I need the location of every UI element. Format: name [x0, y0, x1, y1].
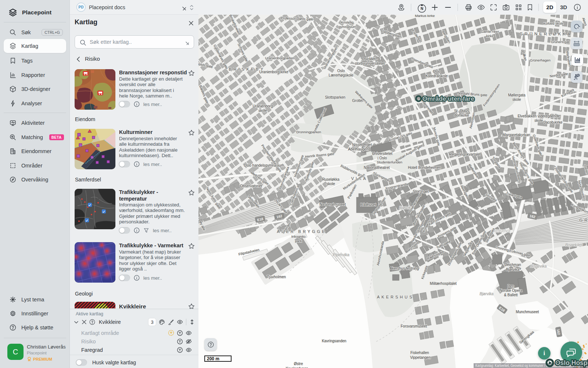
svg-text:Katedralskole: Katedralskole	[426, 74, 448, 78]
svg-text:Bjørvika: Bjørvika	[506, 268, 520, 272]
svg-text:Område uten fare: Område uten fare	[423, 95, 474, 102]
svg-text:Rådhuset: Rådhuset	[361, 203, 376, 207]
svg-text:i Oslo: i Oslo	[377, 156, 387, 160]
svg-text:Uranienborg kirke: Uranienborg kirke	[259, 70, 288, 74]
svg-text:skole: skole	[258, 109, 267, 113]
svg-text:Kristelig: Kristelig	[341, 20, 354, 24]
svg-text:Kofoed skole: Kofoed skole	[544, 21, 564, 25]
svg-text:Den: Den	[508, 284, 514, 288]
svg-text:GR: GR	[579, 218, 588, 222]
svg-text:St. Olavs: St. Olavs	[454, 109, 469, 113]
svg-text:Uranienborgparken: Uranienborgparken	[265, 56, 295, 60]
svg-text:Munchmuseet: Munchmuseet	[516, 310, 539, 314]
svg-text:Østre: Østre	[294, 362, 303, 366]
svg-text:Fiskehallen: Fiskehallen	[410, 351, 429, 355]
svg-text:Militærhospitalet: Militærhospitalet	[430, 282, 457, 286]
svg-text:OsloMet -: OsloMet -	[362, 57, 377, 61]
svg-text:& Ballett: & Ballett	[504, 293, 517, 297]
svg-text:Regjeringskvartalet: Regjeringskvartalet	[449, 152, 481, 156]
svg-text:Bispevika: Bispevika	[530, 264, 547, 268]
svg-text:gymnasium: gymnasium	[338, 25, 356, 29]
svg-text:Pipervika: Pipervika	[333, 252, 349, 257]
svg-text:Møllergata: Møllergata	[508, 93, 526, 97]
svg-text:Oslo: Oslo	[433, 70, 441, 74]
svg-text:Bispekilen: Bispekilen	[565, 243, 583, 247]
svg-text:Oslo: Oslo	[337, 69, 345, 73]
svg-text:Forsvarsmuseet: Forsvarsmuseet	[401, 324, 427, 328]
svg-text:Vippetangen: Vippetangen	[410, 355, 431, 360]
svg-text:Nasjonalmuseet: Nasjonalmuseet	[319, 202, 346, 206]
svg-text:Tjuvholmen: Tjuvholmen	[267, 275, 286, 279]
svg-text:Slottsparken: Slottsparken	[325, 95, 345, 99]
svg-text:Bjørvika: Bjørvika	[480, 291, 494, 296]
svg-text:skole: skole	[326, 182, 335, 186]
svg-text:Markus kirke: Markus kirke	[415, 15, 435, 18]
svg-text:Observatoriet: Observatoriet	[240, 184, 262, 188]
svg-text:N: N	[420, 7, 423, 11]
svg-text:Jacob kirke: Jacob kirke	[544, 120, 563, 124]
svg-text:Nisseberget: Nisseberget	[352, 143, 372, 147]
svg-text:AKERSHUS: AKERSHUS	[377, 295, 414, 299]
svg-text:Inkognito: Inkognito	[291, 234, 306, 238]
svg-text:skole: skole	[534, 118, 543, 123]
svg-text:Dronningparken: Dronningparken	[296, 130, 321, 134]
svg-text:kirke: kirke	[486, 34, 494, 38]
svg-text:Uranienborg: Uranienborg	[252, 104, 273, 108]
svg-text:Nationaltheatret: Nationaltheatret	[364, 166, 390, 170]
svg-text:Gamle Aker: Gamle Aker	[481, 29, 499, 33]
svg-text:Abelhaugen: Abelhaugen	[348, 147, 369, 151]
svg-text:Margaretakyrkan: Margaretakyrkan	[502, 133, 530, 137]
svg-text:Grünerhagen: Grünerhagen	[530, 58, 551, 62]
svg-text:Oslo Hospital: Oslo Hospital	[555, 359, 588, 367]
svg-text:Universitetet: Universitetet	[372, 152, 392, 156]
svg-text:Kavringsanden: Kavringsanden	[322, 339, 347, 343]
svg-text:Gruners gat: Gruners gat	[551, 40, 570, 44]
svg-text:GRÜNERLØKKA: GRÜNERLØKKA	[519, 32, 572, 36]
svg-text:skole: skole	[512, 98, 521, 102]
svg-text:Elvebakken videregående: Elvebakken videregående	[517, 114, 560, 118]
svg-text:park: park	[295, 239, 302, 243]
svg-text:Ruseløkka: Ruseløkka	[322, 177, 340, 181]
svg-text:Deichman: Deichman	[504, 263, 521, 267]
svg-text:Oslo handelsgymnasium: Oslo handelsgymnasium	[244, 163, 284, 167]
svg-text:Kavringdynga: Kavringdynga	[286, 367, 308, 368]
svg-text:Norske Opera: Norske Opera	[499, 289, 523, 293]
svg-text:storbyuniversitetet: storbyuniversitetet	[355, 61, 384, 66]
svg-text:domkirke: domkirke	[454, 113, 469, 117]
svg-text:Akershus festning: Akershus festning	[390, 266, 419, 270]
svg-text:Hotell Bondeheimen: Hotell Bondeheimen	[408, 166, 441, 170]
svg-text:Lærerhøgskole: Lærerhøgskole	[329, 73, 354, 77]
